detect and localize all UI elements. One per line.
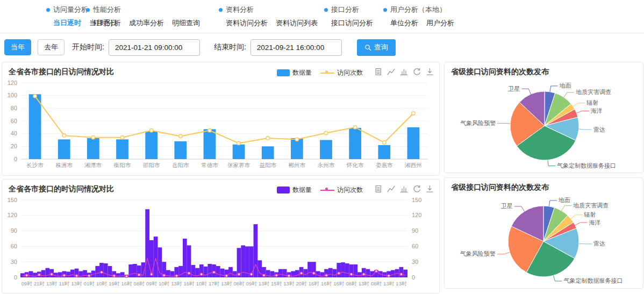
bar	[145, 209, 149, 277]
legend-label: 数据量	[292, 68, 312, 77]
axis-label: 09时	[146, 281, 158, 286]
search-icon	[364, 44, 371, 51]
axis-label: 永州市	[318, 162, 335, 168]
legend-item[interactable]: 数据量	[277, 185, 312, 195]
pie-slice-label: 海洋	[589, 219, 601, 226]
pie-label-line	[553, 275, 562, 281]
axis-label: 08时	[233, 281, 245, 286]
save-as-image-icon[interactable]	[426, 185, 434, 193]
line-marker	[383, 141, 386, 144]
bar	[87, 138, 99, 159]
restore-icon[interactable]	[413, 68, 421, 76]
axis-label: 15时	[271, 281, 282, 286]
pie-slice-label: 气象定制数据服务接口	[557, 162, 616, 169]
this-year-button[interactable]: 当年	[4, 39, 31, 55]
hourly-access-chart-card: 全省各市接口的时访问情况对比 数据量访问次数 00303060609090120…	[2, 179, 440, 293]
axis-label: 60	[11, 118, 17, 124]
legend-item[interactable]: 数据量	[277, 68, 312, 77]
axis-label: 16时	[333, 281, 345, 286]
bullet-icon	[46, 8, 50, 12]
nav-item-unit-analysis[interactable]: 单位分析	[390, 18, 418, 28]
bar	[178, 266, 183, 277]
pie-slice-label: 气象风险预警	[460, 250, 496, 257]
nav-item-today-hourly[interactable]: 当日逐时	[53, 18, 81, 28]
bar	[228, 267, 233, 277]
last-year-button[interactable]: 去年	[38, 39, 65, 55]
nav-item-time-cost[interactable]: 耗时分析	[93, 18, 121, 28]
switch-to-line-chart-icon[interactable]	[387, 185, 395, 193]
nav-group-performance: 性能分析 耗时分析 成功率分析 明细查询	[86, 5, 200, 28]
line-marker	[350, 273, 352, 275]
restore-icon[interactable]	[413, 185, 421, 193]
bar	[133, 264, 137, 277]
axis-label: 13时	[259, 281, 270, 286]
chart-title: 全省各市接口的日访问情况对比	[9, 67, 114, 76]
legend-label: 访问次数	[337, 68, 363, 77]
bullet-icon	[219, 8, 223, 12]
chart-legend: 数据量访问次数	[277, 185, 363, 195]
hourly-access-bar-line-chart: 0030306060909012012015015009时21时13时11时13…	[2, 196, 435, 291]
nav-group-title: 访问量分析	[53, 5, 88, 15]
switch-to-bar-chart-icon[interactable]	[400, 68, 408, 76]
line-marker	[163, 274, 165, 276]
chart-toolbox	[374, 68, 434, 76]
chart-legend: 数据量访问次数	[277, 68, 363, 77]
nav-item-user-analysis[interactable]: 用户分析	[426, 18, 454, 28]
bar	[33, 273, 37, 277]
bar	[145, 131, 158, 159]
legend-bar-swatch-icon	[277, 187, 290, 193]
axis-label: 13时	[383, 281, 395, 286]
pie-slice-label: 气象风险预警	[460, 120, 496, 126]
bar	[58, 139, 70, 159]
nav-item-data-access-analysis[interactable]: 资料访问分析	[226, 18, 268, 28]
legend-item[interactable]: 访问次数	[320, 185, 363, 195]
bar	[303, 269, 307, 277]
bar	[328, 268, 333, 277]
bar	[403, 270, 407, 277]
bar	[99, 263, 104, 277]
axis-label: 益阳市	[259, 162, 276, 168]
axis-label: 60	[412, 243, 418, 249]
pie-slice-label: 气象定制数据服务接口	[563, 277, 622, 284]
bullet-icon	[383, 8, 387, 12]
axis-label: 150	[8, 197, 17, 203]
legend-item[interactable]: 访问次数	[320, 68, 363, 77]
chart-title: 全省各市接口的时访问情况对比	[9, 184, 114, 193]
bar	[278, 269, 283, 277]
line-marker	[213, 271, 215, 273]
line-marker	[313, 272, 315, 274]
search-button-label: 查询	[374, 42, 388, 52]
start-time-input[interactable]	[109, 39, 200, 56]
pie-slice-label: 辐射	[584, 211, 596, 218]
bar	[183, 239, 187, 277]
line-marker	[33, 95, 37, 98]
data-view-icon[interactable]	[374, 68, 382, 76]
data-view-icon[interactable]	[374, 185, 382, 193]
line-marker	[188, 272, 190, 274]
line-marker	[125, 275, 127, 277]
search-button[interactable]: 查询	[357, 39, 396, 56]
nav-item-interface-access[interactable]: 接口访问分析	[331, 18, 373, 28]
end-time-input[interactable]	[251, 39, 342, 56]
nav-item-success-rate[interactable]: 成功率分析	[129, 18, 164, 28]
pie-label-line	[550, 86, 558, 92]
bar	[366, 269, 370, 277]
bar	[204, 267, 208, 277]
switch-to-bar-chart-icon[interactable]	[400, 185, 408, 193]
line-marker	[62, 134, 66, 137]
nav-item-data-access-list[interactable]: 资料访问列表	[276, 18, 318, 28]
pie-label-line	[548, 160, 555, 166]
axis-label: 16时	[184, 281, 195, 286]
nav-item-detail-query[interactable]: 明细查询	[172, 18, 200, 28]
save-as-image-icon[interactable]	[426, 68, 434, 76]
pie-label-line	[562, 206, 572, 211]
filter-bar: 当年 去年 开始时间: 结束时间: 查询	[0, 34, 644, 61]
bar	[320, 140, 332, 160]
line-marker	[51, 273, 53, 275]
bar	[262, 146, 274, 159]
bar	[220, 269, 225, 277]
pie-label-line	[564, 92, 574, 97]
axis-label: 90	[412, 227, 418, 234]
switch-to-line-chart-icon[interactable]	[387, 68, 395, 76]
bar	[66, 271, 70, 277]
